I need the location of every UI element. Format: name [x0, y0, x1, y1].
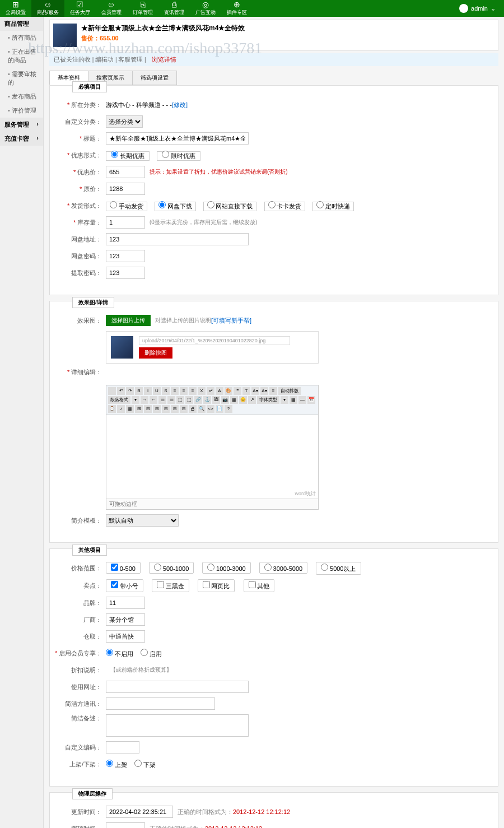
editor-btn[interactable]: A▾ — [260, 387, 268, 395]
sidebar-item-selling[interactable]: 正在出售的商品 — [0, 45, 43, 67]
editor-btn[interactable]: ⊞ — [171, 405, 179, 413]
editor-btn[interactable]: ⊟ — [144, 405, 152, 413]
editor-btn[interactable]: ▾ — [281, 396, 288, 404]
status-link-service[interactable]: 客服管理 — [118, 56, 143, 63]
nav-products[interactable]: ☺商品/服务 — [31, 0, 64, 17]
editor-btn[interactable]: 🖼 — [212, 396, 220, 404]
member-price-off[interactable]: 不启用 — [106, 651, 133, 657]
editor-btn[interactable]: ⊞ — [135, 405, 143, 413]
traffic-input[interactable] — [106, 697, 215, 710]
editor-btn[interactable]: ≡ — [180, 387, 188, 395]
top-time-input[interactable] — [106, 822, 145, 828]
editor-btn[interactable]: ▾ — [132, 396, 139, 404]
custom-category-select[interactable]: 选择分类 — [106, 115, 143, 128]
price-range-4[interactable]: 5000以上 — [316, 562, 361, 575]
editor-body[interactable]: word统计 — [106, 415, 319, 499]
maker-input[interactable] — [106, 613, 145, 626]
member-price-on[interactable]: 启用 — [141, 651, 162, 657]
editor-btn[interactable]: ▦ — [126, 405, 134, 413]
editor-btn[interactable]: 😊 — [239, 396, 247, 404]
editor-btn[interactable]: ⚓ — [203, 396, 211, 404]
editor-btn[interactable]: A▾ — [251, 387, 259, 395]
editor-btn[interactable]: U — [153, 387, 161, 395]
nav-ads[interactable]: ◎广告互动 — [190, 0, 221, 17]
editor-btn[interactable]: ⊟ — [180, 405, 188, 413]
editor-btn[interactable]: S — [162, 387, 170, 395]
sidebar-group-recharge[interactable]: 充值卡密› — [0, 132, 43, 146]
editor-btn[interactable]: T — [242, 387, 250, 395]
editor-btn[interactable]: 🖨 — [189, 405, 197, 413]
nav-tasks[interactable]: ☑任务大厅 — [64, 0, 96, 17]
sidebar-item-publish[interactable]: 发布商品 — [0, 90, 43, 104]
sellpoint-1[interactable]: 三黑金 — [152, 579, 189, 592]
editor-btn[interactable]: → — [141, 396, 148, 404]
editor-btn[interactable]: ⌚ — [108, 405, 116, 413]
editor-btn[interactable]: x² — [207, 387, 214, 395]
editor-btn[interactable]: 🔍 — [198, 405, 206, 413]
upload-help-link[interactable]: [可填写新手帮] — [211, 317, 251, 325]
sidebar-item-review[interactable]: 需要审核的 — [0, 67, 43, 90]
origin-input[interactable] — [106, 630, 145, 643]
sidebar-group-products[interactable]: 商品管理 — [0, 17, 43, 31]
status-link-current[interactable]: 浏览详情 — [152, 56, 176, 63]
editor-btn[interactable]: ❝ — [234, 387, 241, 395]
editor-btn[interactable]: ? — [225, 405, 232, 413]
nav-members[interactable]: ☺会员管理 — [96, 0, 127, 17]
onoff-on[interactable]: 上架 — [106, 762, 127, 768]
editor-btn[interactable]: ⬚ — [176, 396, 184, 404]
editor-btn[interactable]: B — [135, 387, 143, 395]
ship-netdisk[interactable]: 网盘下载 — [155, 202, 196, 211]
editor-btn[interactable]: ⬚ — [185, 396, 193, 404]
editor-btn[interactable]: 🎨 — [225, 387, 232, 395]
editor-btn[interactable]: ☰ — [158, 396, 166, 404]
sellpoint-0[interactable]: 带小号 — [106, 579, 143, 592]
upload-image-button[interactable]: 选择图片上传 — [106, 315, 151, 326]
editor-btn[interactable]: <> — [207, 405, 214, 413]
editor-btn[interactable]: ♪ — [117, 405, 125, 413]
sidebar-group-service[interactable]: 服务管理› — [0, 118, 43, 132]
custom-code-input[interactable] — [106, 741, 139, 753]
discount-limited-radio[interactable]: 限时优惠 — [157, 151, 200, 161]
editor-btn[interactable]: ▦ — [290, 396, 297, 404]
custom-url-input[interactable] — [106, 681, 249, 693]
category-edit-link[interactable]: [修改] — [172, 101, 188, 109]
editor-btn[interactable]: 段落格式 — [108, 396, 130, 404]
nav-news[interactable]: ⎙资讯管理 — [158, 0, 190, 17]
extract-code-input[interactable] — [106, 267, 145, 279]
sidebar-item-all[interactable]: 所有商品 — [0, 31, 43, 45]
stock-input[interactable] — [106, 216, 145, 229]
editor-btn[interactable]: 📅 — [307, 396, 315, 404]
editor-btn[interactable]: I — [144, 387, 152, 395]
ship-manual[interactable]: 手动发货 — [106, 202, 147, 211]
status-link-edit[interactable]: 编辑功 — [95, 56, 114, 63]
editor-btn[interactable]: X — [198, 387, 206, 395]
editor-btn[interactable]: ↗ — [248, 396, 256, 404]
onoff-off[interactable]: 下架 — [134, 762, 156, 768]
ship-timed[interactable]: 定时快递 — [312, 202, 354, 211]
price-range-1[interactable]: 500-1000 — [149, 562, 194, 574]
editor-btn[interactable]: 📷 — [221, 396, 229, 404]
price-range-3[interactable]: 3000-5000 — [259, 562, 307, 574]
discount-long-radio[interactable]: 长期优惠 — [106, 151, 150, 161]
ship-card[interactable]: 卡卡发货 — [264, 202, 306, 211]
netdisk-code-input[interactable] — [106, 250, 145, 262]
editor-btn[interactable]: ☰ — [167, 396, 175, 404]
delete-image-button[interactable]: 删除快图 — [139, 347, 172, 359]
netdisk-input[interactable] — [106, 233, 249, 245]
editor-btn[interactable]: ← — [150, 396, 157, 404]
editor-btn[interactable]: 字体类型 — [257, 396, 279, 404]
editor-btn[interactable]: ⊞ — [153, 405, 161, 413]
editor-btn[interactable]: ≡ — [171, 387, 179, 395]
sidebar-item-rating[interactable]: 评价管理 — [0, 104, 43, 118]
editor-btn[interactable]: — — [298, 396, 306, 404]
discount-price-input[interactable] — [106, 166, 145, 178]
nav-plugins[interactable]: ⊕插件专区 — [221, 0, 253, 17]
editor-btn[interactable]: 自动排版 — [278, 387, 301, 395]
editor-btn[interactable]: ↶ — [117, 387, 125, 395]
sellpoint-3[interactable]: 其他 — [244, 579, 275, 592]
update-time-input[interactable] — [106, 806, 173, 818]
editor-btn[interactable]: ↷ — [126, 387, 134, 395]
nav-global[interactable]: ⊞全局设置 — [0, 0, 31, 17]
editor-btn[interactable]: ▦ — [230, 396, 238, 404]
brand-input[interactable] — [106, 597, 145, 609]
